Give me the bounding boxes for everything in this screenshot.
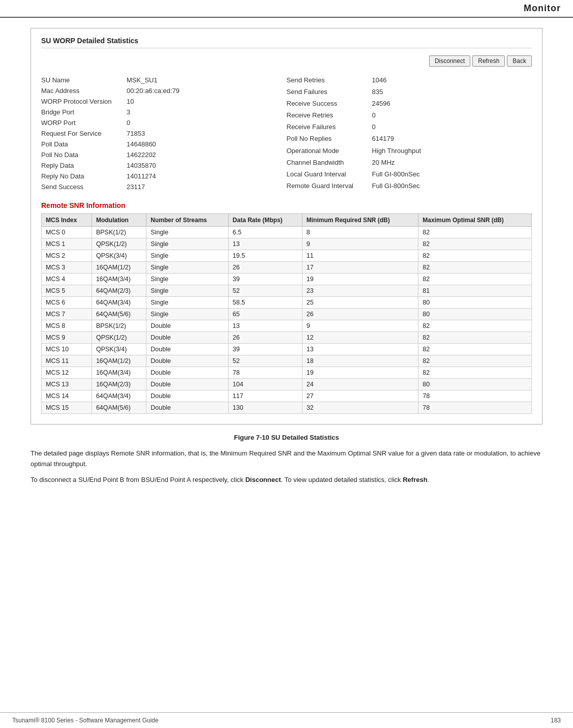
table-cell: 64QAM(5/6) xyxy=(92,309,146,320)
footer-right: 183 xyxy=(551,717,561,724)
table-cell: 64QAM(3/4) xyxy=(92,390,146,402)
table-cell: 16QAM(3/4) xyxy=(92,274,146,285)
table-cell: 64QAM(3/4) xyxy=(92,297,146,309)
table-cell: 78 xyxy=(228,367,302,379)
table-header-cell: Maximum Optimal SNR (dB) xyxy=(418,214,532,227)
stat-row: Poll No Replies 614179 xyxy=(287,133,532,145)
main-content: SU WORP Detailed Statistics Disconnect R… xyxy=(0,18,573,500)
table-cell: 64QAM(5/6) xyxy=(92,402,146,414)
stat-value: 10 xyxy=(123,96,287,107)
stat-label: WORP Port xyxy=(41,117,123,128)
stat-label: Send Retries xyxy=(287,75,368,86)
table-cell: 16QAM(1/2) xyxy=(92,262,146,274)
table-row: MCS 2QPSK(3/4)Single19.51182 xyxy=(42,250,532,262)
stat-row: Poll Data 14648860 xyxy=(41,139,287,149)
stat-value: 0 xyxy=(123,117,287,128)
table-cell: MCS 11 xyxy=(42,355,92,367)
back-button[interactable]: Back xyxy=(507,55,532,67)
stat-row: Receive Failures 0 xyxy=(287,122,532,133)
stat-label: SU Name xyxy=(41,75,123,85)
table-cell: 26 xyxy=(302,309,418,320)
table-cell: 80 xyxy=(418,297,532,309)
table-cell: MCS 10 xyxy=(42,344,92,355)
table-cell: 27 xyxy=(302,390,418,402)
table-row: MCS 1464QAM(3/4)Double1172778 xyxy=(42,390,532,402)
stat-label: Bridge Port xyxy=(41,107,123,117)
table-cell: 39 xyxy=(228,274,302,285)
stat-row: Receive Retries 0 xyxy=(287,110,532,122)
table-cell: Double xyxy=(146,355,228,367)
table-cell: 52 xyxy=(228,355,302,367)
table-row: MCS 764QAM(5/6)Single652680 xyxy=(42,309,532,320)
table-cell: Single xyxy=(146,285,228,297)
stat-label: Receive Retries xyxy=(287,110,368,122)
stat-row: WORP Protocol Version 10 xyxy=(41,96,287,107)
table-cell: 104 xyxy=(228,379,302,390)
stat-label: Poll No Replies xyxy=(287,133,368,145)
table-header-cell: Modulation xyxy=(92,214,146,227)
page-footer: Tsunami® 8100 Series - Software Manageme… xyxy=(0,712,573,728)
table-cell: 8 xyxy=(302,227,418,238)
table-cell: 82 xyxy=(418,238,532,250)
table-cell: 19 xyxy=(302,274,418,285)
stat-label: WORP Protocol Version xyxy=(41,96,123,107)
table-cell: 6.5 xyxy=(228,227,302,238)
table-cell: 26 xyxy=(228,332,302,344)
stat-label: Channel Bandwidth xyxy=(287,157,368,169)
table-row: MCS 1216QAM(3/4)Double781982 xyxy=(42,367,532,379)
table-row: MCS 416QAM(3/4)Single391982 xyxy=(42,274,532,285)
table-row: MCS 664QAM(3/4)Single58.52580 xyxy=(42,297,532,309)
panel-toolbar: Disconnect Refresh Back xyxy=(41,55,532,67)
table-cell: 117 xyxy=(228,390,302,402)
table-cell: 17 xyxy=(302,262,418,274)
table-cell: 13 xyxy=(228,238,302,250)
su-worp-panel: SU WORP Detailed Statistics Disconnect R… xyxy=(31,28,542,424)
table-cell: Single xyxy=(146,297,228,309)
stat-value: High Throughput xyxy=(368,145,532,157)
table-cell: 11 xyxy=(302,250,418,262)
table-cell: 25 xyxy=(302,297,418,309)
stat-value: 835 xyxy=(368,86,532,98)
stat-row: Send Retries 1046 xyxy=(287,75,532,86)
table-row: MCS 0BPSK(1/2)Single6.5882 xyxy=(42,227,532,238)
table-cell: 19.5 xyxy=(228,250,302,262)
stat-value: Full GI-800nSec xyxy=(368,180,532,192)
table-cell: MCS 13 xyxy=(42,379,92,390)
stat-row: Receive Success 24596 xyxy=(287,98,532,110)
table-header-row: MCS IndexModulationNumber of StreamsData… xyxy=(42,214,532,227)
stat-label: Local Guard Interval xyxy=(287,169,368,180)
table-row: MCS 10QPSK(3/4)Double391382 xyxy=(42,344,532,355)
disconnect-button[interactable]: Disconnect xyxy=(429,55,470,67)
stat-value: MSK_SU1 xyxy=(123,75,287,85)
table-cell: MCS 0 xyxy=(42,227,92,238)
stat-label: Reply No Data xyxy=(41,171,123,181)
table-cell: 16QAM(3/4) xyxy=(92,367,146,379)
stat-value: 3 xyxy=(123,107,287,117)
table-cell: Single xyxy=(146,227,228,238)
stat-label: Request For Service xyxy=(41,128,123,139)
table-cell: 12 xyxy=(302,332,418,344)
table-cell: 13 xyxy=(302,344,418,355)
table-cell: 82 xyxy=(418,344,532,355)
stat-value: 0 xyxy=(368,122,532,133)
stat-row: Channel Bandwidth 20 MHz xyxy=(287,157,532,169)
table-row: MCS 1316QAM(2/3)Double1042480 xyxy=(42,379,532,390)
table-cell: 81 xyxy=(418,285,532,297)
table-header-cell: MCS Index xyxy=(42,214,92,227)
table-cell: 39 xyxy=(228,344,302,355)
table-row: MCS 564QAM(2/3)Single522381 xyxy=(42,285,532,297)
table-row: MCS 9QPSK(1/2)Double261282 xyxy=(42,332,532,344)
table-cell: Double xyxy=(146,379,228,390)
table-cell: MCS 5 xyxy=(42,285,92,297)
stat-label: Send Failures xyxy=(287,86,368,98)
stat-value: 14011274 xyxy=(123,171,287,181)
page-header: Monitor xyxy=(0,0,573,18)
table-cell: 82 xyxy=(418,355,532,367)
table-cell: 82 xyxy=(418,250,532,262)
refresh-button[interactable]: Refresh xyxy=(472,55,505,67)
table-cell: 9 xyxy=(302,238,418,250)
stat-value: 14035870 xyxy=(123,160,287,171)
stat-row: Poll No Data 14622202 xyxy=(41,149,287,160)
table-cell: 78 xyxy=(418,402,532,414)
snr-section-title: Remote SNR Information xyxy=(41,201,532,209)
